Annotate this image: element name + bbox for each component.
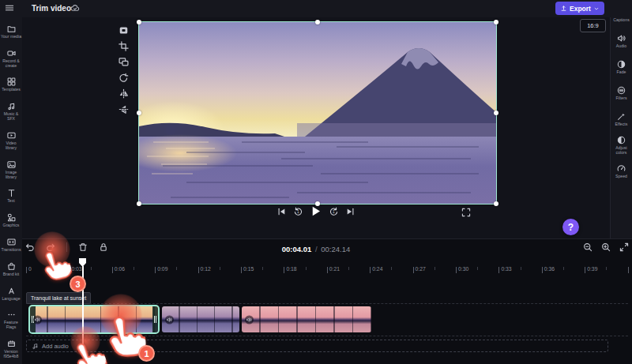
right-rail-item-audio[interactable]: Audio (611, 31, 632, 52)
right-rail-item-speed[interactable]: Speed (611, 161, 632, 182)
resize-handle-bottom-right[interactable] (494, 201, 498, 206)
clip-thumbnails (30, 306, 158, 332)
chevron-down-icon (593, 6, 600, 12)
lock-button[interactable] (99, 242, 108, 252)
filters-icon (617, 86, 626, 95)
left-rail-item-graphics[interactable]: Graphics (0, 208, 22, 233)
rail-item-label: Effects (611, 122, 632, 127)
left-rail-item-video-library[interactable]: Video library (0, 126, 22, 156)
left-sidebar: Your mediaRecord & createTemplatesMusic … (0, 17, 22, 364)
rail-item-label: Transitions (1, 248, 22, 253)
left-rail-item-brand-kit[interactable]: Brand kit (0, 257, 22, 282)
rail-item-label: Adjust colors (611, 146, 632, 156)
graphics-icon (7, 213, 16, 222)
right-rail-item-filters[interactable]: Filters (611, 83, 632, 104)
resize-handle-top-left[interactable] (137, 20, 141, 24)
time-display: 00:04.01 / 00:24.14 (282, 245, 350, 253)
left-rail-item-image-library[interactable]: Image library (0, 156, 22, 185)
left-rail-item-your-media[interactable]: Your media (0, 20, 22, 44)
timeline-ruler[interactable]: 00:030:060:090:120:150:180:210:240:270:3… (22, 264, 632, 280)
svg-text:1: 1 (333, 210, 335, 214)
ruler-label: 0 (28, 266, 32, 272)
ruler-minor-tick (262, 267, 263, 270)
left-rail-item-templates[interactable]: Templates (0, 73, 22, 98)
zoom-out-button[interactable] (583, 242, 592, 252)
flip-horizontal-button[interactable] (118, 88, 130, 99)
text-icon (7, 189, 16, 197)
flip-vertical-button[interactable] (118, 104, 130, 115)
resize-handle-bottom-left[interactable] (137, 201, 141, 206)
resize-handle-bottom-center[interactable] (315, 201, 320, 206)
delete-button[interactable] (78, 242, 88, 252)
fullscreen-button[interactable] (461, 208, 471, 217)
clip-audio-icon (33, 315, 42, 324)
left-rail-item-language[interactable]: Language (0, 282, 22, 306)
ruler-tick (69, 267, 70, 273)
add-audio-button[interactable]: Add audio (26, 340, 608, 352)
left-rail-item-feature-flags[interactable]: Feature Flags (0, 306, 22, 335)
adjust-icon (617, 136, 626, 144)
timeline-clip-tranquil-lake-at-sunset[interactable] (30, 306, 158, 332)
forward-1s-button[interactable]: 1 (329, 207, 339, 216)
ruler-tick (370, 267, 371, 273)
speaker-icon (617, 34, 626, 43)
ruler-label: 0:09 (157, 266, 167, 272)
clip-thumbnails (242, 306, 371, 332)
ruler-label: 0:06 (115, 266, 125, 272)
playback-controls: 11 (277, 205, 356, 217)
right-rail-item-fade[interactable]: Fade (611, 57, 632, 78)
image-icon (7, 160, 16, 169)
redo-button[interactable] (46, 242, 55, 252)
rail-item-label: Language (1, 297, 22, 302)
version-icon (7, 340, 16, 348)
right-rail-item-effects[interactable]: Effects (611, 109, 632, 130)
left-rail-item-text[interactable]: Text (0, 185, 22, 209)
resize-handle-mid-left[interactable] (137, 111, 141, 115)
timeline-toolbar (25, 242, 108, 252)
ruler-tick (155, 267, 156, 273)
timeline-clip-clip-3[interactable] (242, 306, 371, 332)
fill-button[interactable] (118, 25, 130, 36)
left-rail-item-transitions[interactable]: Transitions (0, 233, 22, 257)
video-icon (7, 131, 16, 140)
ruler-minor-tick (47, 267, 48, 270)
rotate-button[interactable] (118, 73, 130, 84)
video-preview[interactable] (138, 21, 497, 205)
fit-timeline-button[interactable] (619, 242, 629, 252)
rewind-1s-button[interactable]: 1 (294, 207, 303, 216)
ruler-tick (198, 267, 199, 273)
left-rail-item-version-f95e4b8[interactable]: Version f95e4b8 (0, 335, 22, 364)
rail-item-label: Fade (611, 70, 632, 75)
help-button[interactable]: ? (562, 219, 579, 235)
ruler-tick (498, 267, 499, 273)
picture-in-picture-button[interactable] (118, 57, 130, 68)
page-title: Trim video (32, 4, 71, 13)
skip-to-end-button[interactable] (346, 207, 356, 216)
ruler-label: 0:36 (544, 266, 555, 272)
zoom-in-button[interactable] (601, 242, 611, 252)
rail-item-label: Filters (611, 96, 632, 101)
ruler-label: 0:33 (501, 266, 511, 272)
undo-button[interactable] (25, 242, 35, 252)
left-rail-item-record-create[interactable]: Record & create (0, 44, 22, 73)
rail-item-label: Audio (611, 44, 632, 49)
export-button[interactable]: Export (555, 2, 604, 15)
ruler-minor-tick (563, 267, 564, 270)
resize-handle-top-right[interactable] (494, 20, 498, 24)
video-frame-art (139, 22, 496, 204)
ruler-label: 0:03 (71, 266, 81, 272)
ruler-tick (628, 267, 629, 273)
rail-item-label: Speed (611, 174, 632, 179)
resize-handle-mid-right[interactable] (494, 111, 498, 115)
timeline-clip-clip-2[interactable] (162, 306, 239, 332)
left-rail-item-music-sfx[interactable]: Music & SFX (0, 97, 22, 126)
ruler-label: 0:30 (458, 266, 468, 272)
skip-to-start-button[interactable] (277, 207, 287, 216)
menu-icon[interactable] (5, 3, 16, 14)
play-button[interactable] (310, 205, 322, 217)
crop-button[interactable] (118, 41, 130, 52)
resize-handle-top-center[interactable] (315, 20, 320, 24)
right-rail-item-adjust-colors[interactable]: Adjust colors (611, 135, 632, 156)
trim-handle-right[interactable] (152, 306, 158, 332)
ruler-minor-tick (306, 267, 307, 270)
